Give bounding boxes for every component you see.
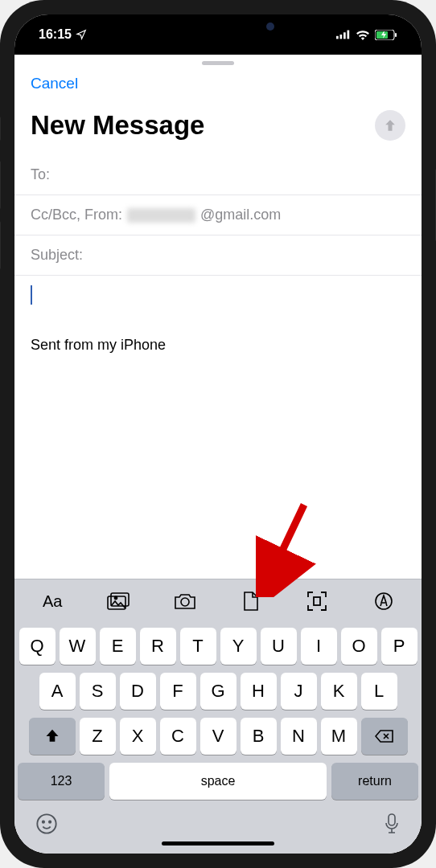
home-indicator[interactable]	[162, 841, 274, 845]
key-t[interactable]: T	[180, 628, 216, 665]
key-r[interactable]: R	[140, 628, 176, 665]
key-v[interactable]: V	[200, 718, 237, 755]
svg-rect-16	[389, 814, 395, 825]
cc-from-label: Cc/Bcc, From:	[31, 207, 122, 223]
svg-point-13	[37, 814, 56, 833]
key-b[interactable]: B	[241, 718, 277, 755]
key-d[interactable]: D	[120, 673, 156, 710]
space-key[interactable]: space	[109, 763, 327, 800]
to-field[interactable]: To:	[14, 155, 422, 195]
key-y[interactable]: Y	[220, 628, 257, 665]
key-n[interactable]: N	[281, 718, 317, 755]
status-time: 16:15	[39, 27, 72, 42]
key-g[interactable]: G	[200, 673, 237, 710]
numbers-key[interactable]: 123	[18, 763, 105, 800]
text-format-button[interactable]: Aa	[36, 589, 68, 613]
send-button[interactable]	[375, 110, 405, 141]
key-q[interactable]: Q	[19, 628, 56, 665]
key-l[interactable]: L	[361, 673, 397, 710]
from-redacted	[127, 208, 195, 223]
key-h[interactable]: H	[241, 673, 277, 710]
key-u[interactable]: U	[261, 628, 297, 665]
status-bar: 16:15	[14, 14, 422, 55]
keyboard: QWERTYUIOP ASDFGHJKL ZXCVBNM 123 space r…	[14, 623, 422, 854]
photo-library-icon	[107, 592, 130, 610]
document-icon	[242, 591, 260, 612]
backspace-key[interactable]	[361, 718, 408, 755]
message-body[interactable]: Sent from my iPhone	[14, 276, 422, 579]
scan-document-button[interactable]	[301, 589, 333, 613]
svg-rect-3	[348, 31, 350, 39]
svg-point-10	[181, 598, 189, 606]
dictation-button[interactable]	[383, 813, 401, 835]
key-o[interactable]: O	[341, 628, 377, 665]
shift-icon	[44, 728, 60, 744]
svg-point-15	[49, 821, 51, 823]
svg-point-14	[43, 821, 44, 823]
signal-icon	[336, 30, 351, 39]
sheet-grabber[interactable]	[202, 61, 234, 65]
location-arrow-icon	[76, 29, 87, 40]
subject-label: Subject:	[31, 247, 83, 264]
key-j[interactable]: J	[281, 673, 317, 710]
key-x[interactable]: X	[120, 718, 156, 755]
backspace-icon	[375, 729, 394, 743]
svg-rect-2	[343, 32, 346, 39]
text-cursor	[31, 285, 32, 305]
key-a[interactable]: A	[39, 673, 76, 710]
keyboard-row-2: ASDFGHJKL	[18, 673, 418, 710]
svg-point-9	[115, 596, 117, 599]
keyboard-row-3: ZXCVBNM	[18, 718, 418, 755]
cancel-button[interactable]: Cancel	[31, 75, 78, 92]
from-suffix: @gmail.com	[200, 207, 281, 223]
attach-document-button[interactable]	[235, 589, 267, 613]
return-key[interactable]: return	[331, 763, 418, 800]
key-f[interactable]: F	[160, 673, 196, 710]
key-i[interactable]: I	[301, 628, 337, 665]
emoji-button[interactable]	[35, 813, 58, 835]
signature-text: Sent from my iPhone	[31, 337, 405, 354]
compose-title: New Message	[31, 110, 204, 141]
key-s[interactable]: S	[80, 673, 116, 710]
to-label: To:	[31, 166, 50, 183]
svg-rect-6	[395, 33, 397, 37]
key-z[interactable]: Z	[80, 718, 116, 755]
svg-rect-0	[336, 36, 339, 39]
markup-button[interactable]	[368, 589, 400, 613]
keyboard-row-1: QWERTYUIOP	[18, 628, 418, 665]
markup-icon	[374, 592, 393, 611]
arrow-up-icon	[382, 117, 398, 133]
battery-charging-icon	[375, 30, 397, 40]
compose-sheet: Cancel New Message To: Cc/Bcc, From: @gm…	[14, 55, 422, 854]
key-p[interactable]: P	[381, 628, 417, 665]
key-w[interactable]: W	[60, 628, 96, 665]
key-k[interactable]: K	[321, 673, 357, 710]
wifi-icon	[356, 30, 370, 40]
shift-key[interactable]	[29, 718, 76, 755]
cc-from-field[interactable]: Cc/Bcc, From: @gmail.com	[14, 195, 422, 235]
photo-library-button[interactable]	[102, 589, 134, 613]
svg-rect-11	[314, 597, 320, 605]
camera-button[interactable]	[169, 589, 201, 613]
subject-field[interactable]: Subject:	[14, 235, 422, 276]
camera-icon	[174, 592, 196, 610]
key-e[interactable]: E	[100, 628, 136, 665]
format-toolbar: Aa	[14, 579, 422, 623]
svg-rect-1	[340, 35, 343, 39]
scan-document-icon	[306, 591, 327, 612]
key-m[interactable]: M	[321, 718, 357, 755]
key-c[interactable]: C	[160, 718, 196, 755]
